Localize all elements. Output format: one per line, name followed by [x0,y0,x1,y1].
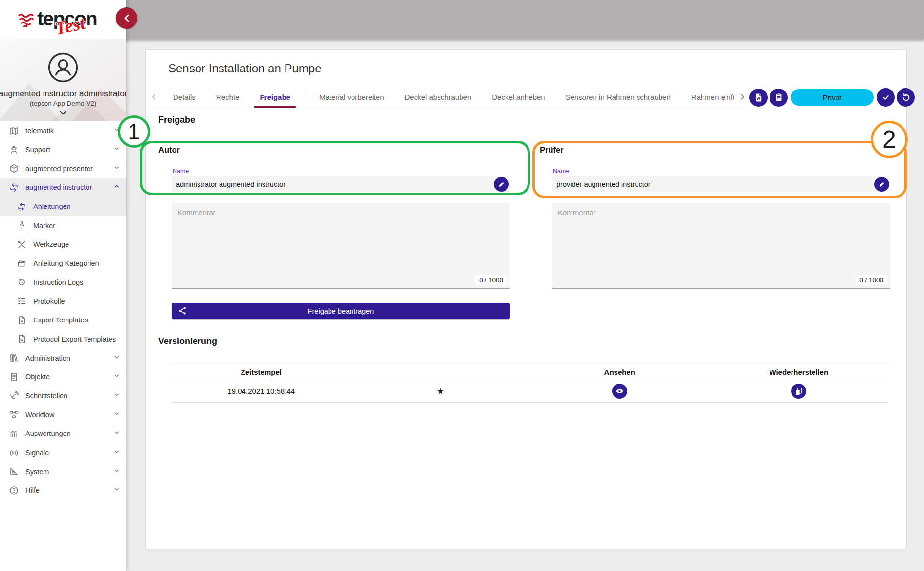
pruefer-name-input[interactable] [552,181,874,188]
autor-name-input[interactable] [172,181,494,188]
autor-name-field [172,176,510,192]
logo[interactable]: tepcon Test [0,0,126,39]
tab-separator [305,92,305,101]
confirm-button[interactable] [877,88,895,107]
sidebar-item-signale[interactable]: Signale [0,443,126,462]
sidebar-item-auswertungen[interactable]: Auswertungen [0,424,126,443]
set-square-icon [8,466,20,477]
sidebar-item-workflow[interactable]: Workflow [0,405,126,424]
tabs-scroll-left-button[interactable] [150,92,157,101]
top-bar [0,0,924,39]
repeat-icon [16,201,27,212]
column-wiederherstellen: Wiederherstellen [709,368,889,376]
autor-edit-button[interactable] [494,177,509,192]
autor-comment-textarea[interactable] [172,203,510,289]
pruefer-panel-title: Prüfer [540,145,564,155]
tab-deckel-abschrauben[interactable]: Deckel abschrauben [394,86,482,108]
sidebar-item-label: Anleitung Kategorien [33,259,99,267]
sidebar-item-label: Export Templates [33,316,88,324]
signal-icon [8,447,20,458]
tabs-scroll-right-button[interactable] [739,92,746,101]
request-approval-button[interactable]: Freigabe beantragen [172,303,510,319]
sidebar-item-label: System [25,468,49,476]
document-icon [8,371,20,382]
tabs-strip: Details Rechte Freigabe Material vorbere… [163,86,734,108]
profile-expand-chevron[interactable] [0,110,126,115]
chevron-up-icon [113,183,120,192]
check-icon [881,92,891,102]
undo-button[interactable] [897,88,915,107]
column-ansehen: Ansehen [530,368,709,376]
tab-bar: Details Rechte Freigabe Material vorbere… [146,86,906,108]
sidebar-item-system[interactable]: System [0,462,126,481]
cube-icon [8,163,20,174]
sidebar-item-support[interactable]: Support [0,140,126,160]
chevron-down-icon [113,448,120,457]
tab-freigabe[interactable]: Freigabe [249,86,301,108]
sidebar-item-protocol-export-templates[interactable]: w Protocol Export Templates [0,330,126,349]
sidebar-item-instruction-logs[interactable]: Instruction Logs [0,273,126,292]
sidebar-item-label: augmented presenter [25,165,93,173]
sidebar-item-label: Workflow [25,411,54,419]
pruefer-comment-textarea[interactable] [552,203,890,289]
sidebar-item-label: Werkzeuge [33,240,69,248]
sidebar-item-werkzeuge[interactable]: Werkzeuge [0,235,126,254]
view-version-button[interactable] [612,384,627,399]
clipboard-icon [774,92,784,102]
support-agent-icon [8,144,20,155]
tab-sensoren-in-rahmen-schrauben[interactable]: Sensoren in Rahmen schrauben [555,86,681,108]
eye-icon [615,386,625,396]
sidebar-item-augmented-presenter[interactable]: augmented presenter [0,159,126,178]
tab-rahmen-einfuegen[interactable]: Rahmen einfügen [681,86,734,108]
sidebar-item-anleitungen[interactable]: Anleitungen [0,197,126,216]
history-icon [16,277,27,288]
sidebar-item-label: Instruction Logs [33,278,83,286]
tab-details[interactable]: Details [163,86,206,108]
version-table-row: 19.04.2021 10:58:44 ★ [172,380,888,403]
sidebar-menu: telematik Support augmented presenter au… [0,121,126,500]
privacy-toggle-button[interactable]: Privat [791,89,874,106]
tools-icon [16,239,27,250]
user-profile[interactable]: augmented instructor administrator (tepc… [0,39,126,121]
chevron-down-icon [113,411,120,419]
sidebar-item-objekte[interactable]: Objekte [0,367,126,387]
sidebar-item-marker[interactable]: Marker [0,216,126,235]
sidebar-item-anleitung-kategorien[interactable]: Anleitung Kategorien [0,254,126,273]
sidebar-item-augmented-instructor[interactable]: augmented instructor [0,178,126,197]
checklist-icon [16,296,27,307]
tab-rechte[interactable]: Rechte [206,86,250,108]
svg-text:w: w [20,319,23,323]
chevron-down-icon [113,372,120,381]
sidebar-item-export-templates[interactable]: w Export Templates [0,311,126,330]
sidebar-item-protokolle[interactable]: Protokolle [0,292,126,311]
pruefer-edit-button[interactable] [874,177,889,192]
tab-material-vorbereiten[interactable]: Material vorbereiten [309,86,395,108]
favorite-star-icon: ★ [436,386,444,397]
versionierung-section-title: Versionierung [158,336,217,346]
request-approval-label: Freigabe beantragen [308,307,374,315]
word-document-icon: w [16,315,27,325]
version-table-header: Zeitstempel Ansehen Wiederherstellen [172,364,888,380]
restore-version-button[interactable] [791,384,806,399]
sidebar-item-telematik[interactable]: telematik [0,121,126,140]
sidebar-item-administration[interactable]: Administration [0,348,126,367]
tab-deckel-anheben[interactable]: Deckel anheben [482,86,555,108]
avatar [47,52,79,83]
collapse-sidebar-button[interactable] [116,7,137,29]
sidebar-item-label: Hilfe [25,486,40,494]
tepcon-waves-icon [18,12,37,28]
autor-name-label: Name [173,168,189,175]
sidebar-item-label: Administration [25,354,70,362]
sidebar-item-hilfe[interactable]: Hilfe [0,481,126,500]
chevron-down-icon [113,164,120,173]
sidebar-item-schnittstellen[interactable]: Schnittstellen [0,387,126,406]
autor-comment-wrap: 0 / 1000 [172,203,510,289]
protocol-export-button[interactable] [770,89,788,107]
chevron-down-icon [113,391,120,400]
help-icon [8,485,20,496]
pruefer-comment-wrap: 0 / 1000 [552,203,890,289]
chevron-down-icon [113,354,120,363]
bar-chart-icon [8,428,20,439]
word-export-button[interactable]: w [749,89,768,107]
chevron-left-icon [123,14,131,23]
